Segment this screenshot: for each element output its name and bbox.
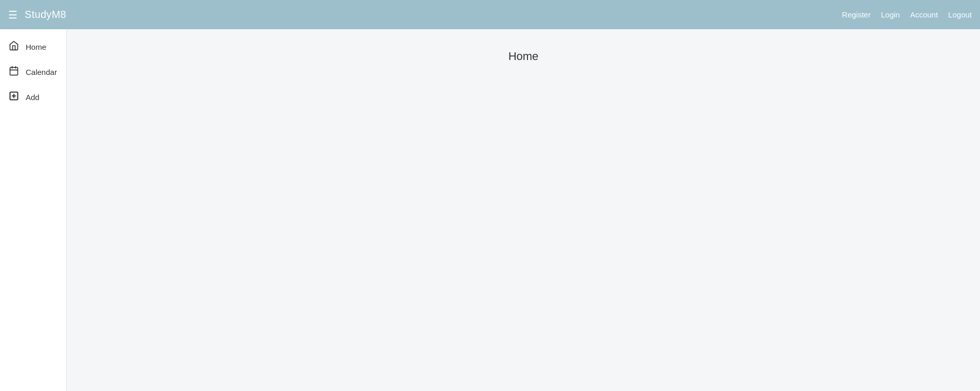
register-link[interactable]: Register <box>842 10 871 19</box>
calendar-icon <box>8 66 20 79</box>
sidebar-item-calendar-label: Calendar <box>26 68 57 76</box>
hamburger-icon[interactable]: ☰ <box>8 10 17 20</box>
sidebar: Home Calendar Add <box>0 29 67 391</box>
sidebar-item-calendar[interactable]: Calendar <box>0 60 66 85</box>
account-link[interactable]: Account <box>910 10 938 19</box>
add-icon <box>8 91 20 104</box>
sidebar-item-home-label: Home <box>26 43 46 51</box>
navbar: ☰ StudyM8 Register Login Account Logout <box>0 0 980 29</box>
sidebar-item-add-label: Add <box>26 93 40 102</box>
sidebar-item-add[interactable]: Add <box>0 85 66 110</box>
home-icon <box>8 41 20 53</box>
login-link[interactable]: Login <box>881 10 900 19</box>
page-title: Home <box>508 50 539 391</box>
sidebar-item-home[interactable]: Home <box>0 34 66 60</box>
navbar-right: Register Login Account Logout <box>842 10 972 19</box>
svg-rect-0 <box>10 67 18 75</box>
main-content: Home <box>67 29 980 391</box>
navbar-left: ☰ StudyM8 <box>8 9 66 21</box>
app-container: Home Calendar Add <box>0 29 980 391</box>
navbar-brand: StudyM8 <box>25 9 66 21</box>
logout-link[interactable]: Logout <box>948 10 972 19</box>
